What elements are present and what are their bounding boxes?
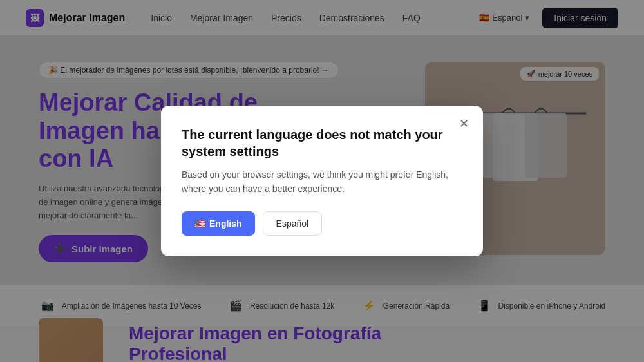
select-spanish-button[interactable]: Español <box>263 211 323 236</box>
english-label: English <box>209 218 242 229</box>
modal-overlay: ✕ The current language does not match yo… <box>0 0 644 362</box>
english-flag-icon: 🇺🇸 <box>194 218 205 229</box>
select-english-button[interactable]: 🇺🇸 English <box>182 211 255 236</box>
modal-actions: 🇺🇸 English Español <box>182 211 462 236</box>
modal-title: The current language does not match your… <box>182 126 462 160</box>
language-modal: ✕ The current language does not match yo… <box>161 106 483 257</box>
modal-close-button[interactable]: ✕ <box>455 115 473 133</box>
modal-body: Based on your browser settings, we think… <box>182 167 462 196</box>
